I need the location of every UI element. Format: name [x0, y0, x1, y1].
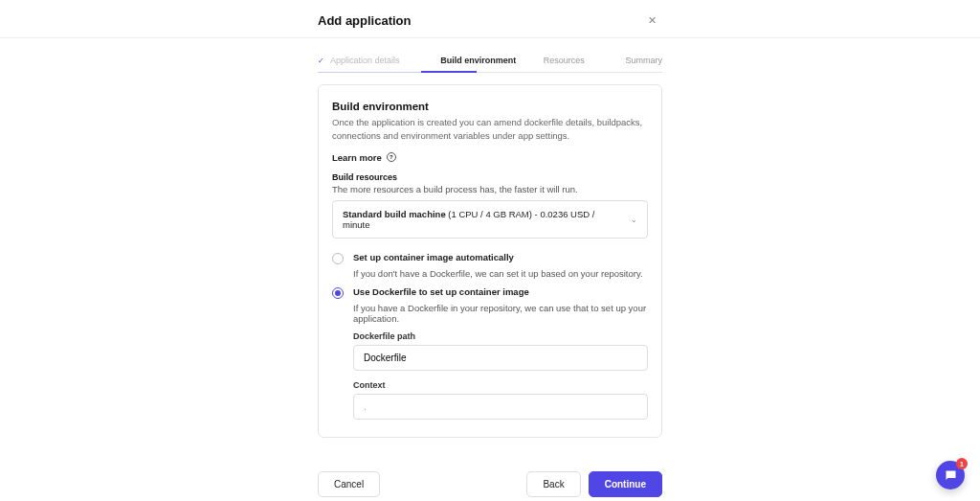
- step-resources[interactable]: Resources: [530, 48, 599, 72]
- cancel-button[interactable]: Cancel: [318, 471, 380, 497]
- build-machine-name: Standard build machine: [343, 209, 446, 219]
- context-input[interactable]: [353, 394, 648, 420]
- context-label: Context: [353, 380, 648, 390]
- step-build-environment[interactable]: Build environment: [427, 48, 529, 72]
- learn-more-link[interactable]: Learn more ?: [332, 152, 648, 163]
- radio-auto-label: Set up container image automatically: [353, 252, 514, 262]
- modal-content: ✓Application details Build environment R…: [0, 38, 980, 438]
- section-title: Build environment: [332, 101, 648, 112]
- learn-more-label: Learn more: [332, 152, 382, 163]
- stepper-progress-active: [421, 71, 477, 73]
- check-icon: ✓: [318, 57, 324, 65]
- info-icon: ?: [387, 152, 396, 162]
- step-summary[interactable]: Summary: [598, 48, 662, 72]
- modal-title: Add application: [318, 13, 662, 28]
- dockerfile-path-input[interactable]: [353, 345, 648, 371]
- build-machine-select[interactable]: Standard build machine (1 CPU / 4 GB RAM…: [332, 200, 648, 239]
- modal-footer: Cancel Back Continue: [0, 467, 980, 501]
- chevron-down-icon: ⌄: [631, 215, 637, 223]
- stepper-progress-done: [318, 72, 421, 74]
- radio-icon: [332, 287, 344, 299]
- radio-dockerfile-label: Use Dockerfile to set up container image: [353, 286, 529, 297]
- context-block: Context: [353, 380, 648, 420]
- build-environment-card: Build environment Once the application i…: [318, 84, 662, 438]
- radio-dockerfile[interactable]: Use Dockerfile to set up container image: [332, 286, 648, 299]
- continue-button[interactable]: Continue: [589, 471, 662, 497]
- radio-auto-description: If you don't have a Dockerfile, we can s…: [353, 268, 648, 279]
- step-label: Build environment: [440, 56, 516, 65]
- dockerfile-path-block: Dockerfile path: [353, 331, 648, 371]
- step-label: Summary: [625, 56, 662, 65]
- modal-header-bar: Add application ✕: [0, 0, 980, 38]
- step-label: Resources: [544, 56, 585, 65]
- section-description: Once the application is created you can …: [332, 116, 648, 143]
- back-button[interactable]: Back: [526, 471, 580, 497]
- build-resources-heading: Build resources: [332, 172, 648, 182]
- chat-badge: 1: [956, 458, 968, 469]
- build-resources-subtext: The more resources a build process has, …: [332, 184, 648, 194]
- radio-icon: [332, 253, 344, 264]
- radio-auto[interactable]: Set up container image automatically: [332, 252, 648, 264]
- chat-icon: [944, 468, 958, 483]
- step-label: Application details: [330, 56, 400, 65]
- chat-fab[interactable]: 1: [936, 461, 965, 490]
- stepper: ✓Application details Build environment R…: [318, 48, 662, 73]
- close-icon[interactable]: ✕: [648, 15, 657, 26]
- step-application-details[interactable]: ✓Application details: [318, 48, 427, 72]
- container-image-options: Set up container image automatically If …: [332, 252, 648, 420]
- radio-dockerfile-description: If you have a Dockerfile in your reposit…: [353, 303, 648, 324]
- dockerfile-path-label: Dockerfile path: [353, 331, 648, 341]
